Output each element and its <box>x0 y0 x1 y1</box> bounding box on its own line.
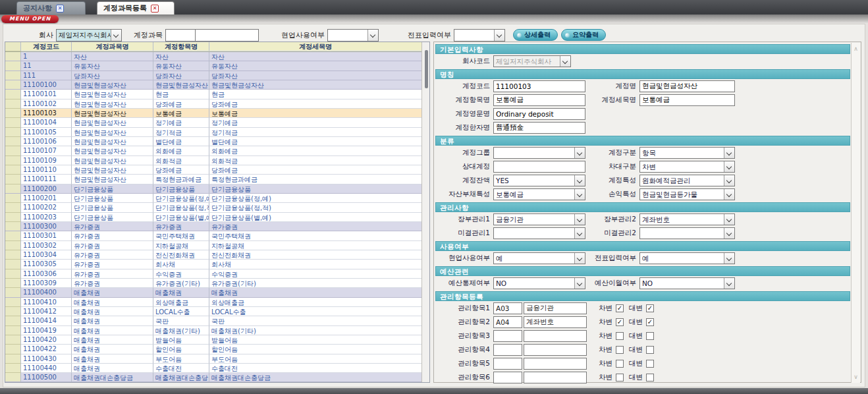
row-selector[interactable] <box>5 61 21 70</box>
table-row[interactable]: 11100200단기금융상품단기금융상품단기금융상품 <box>5 184 421 194</box>
debit-checkbox[interactable] <box>616 318 624 326</box>
pending-mgmt-1-select[interactable] <box>493 227 585 239</box>
credit-checkbox[interactable] <box>646 374 654 381</box>
row-selector[interactable] <box>5 118 21 127</box>
table-row[interactable]: 11100412매출채권LOCAL수출LOCAL수출 <box>5 307 421 316</box>
field-use-select[interactable] <box>327 29 379 42</box>
table-row[interactable]: 11유동자산유동자산유동자산 <box>5 61 421 70</box>
table-row[interactable]: 1자산자산자산 <box>5 52 421 61</box>
row-selector[interactable] <box>5 213 21 222</box>
close-icon[interactable]: ✕ <box>151 5 159 13</box>
row-selector[interactable] <box>5 269 21 279</box>
row-selector[interactable] <box>5 52 21 61</box>
mgmt-item-5-name-input[interactable] <box>524 358 587 370</box>
row-selector[interactable] <box>5 373 21 382</box>
debit-checkbox[interactable] <box>616 374 624 381</box>
row-selector[interactable] <box>5 298 21 307</box>
table-row[interactable]: 11100107현금및현금성자산외화예금외화예금 <box>5 146 421 155</box>
table-row[interactable]: 11100201단기금융상품단기금융상품(정,예)단기금융상품(정,예) <box>5 194 421 203</box>
credit-checkbox[interactable] <box>646 304 654 312</box>
table-row[interactable]: 11100103현금및현금성자산보통예금보통예금 <box>5 109 421 118</box>
row-selector[interactable] <box>5 137 21 146</box>
table-row[interactable]: 11100203단기금융상품단기금융상품(별,예)단기금융상품(별,예) <box>5 213 421 222</box>
account-balance-select[interactable]: YES <box>493 175 585 186</box>
credit-checkbox[interactable] <box>646 332 654 340</box>
scroll-up-icon[interactable]: ∧ <box>852 44 860 53</box>
ledger-mgmt-2-select[interactable]: 계좌번호 <box>639 213 735 225</box>
table-row[interactable]: 11100111현금및현금성자산특정현금과예금특정현금과예금 <box>5 175 421 184</box>
row-selector[interactable] <box>5 80 21 90</box>
table-row[interactable]: 11100301유가증권국민주택채권국민주택채권 <box>5 231 421 240</box>
row-selector[interactable] <box>5 146 21 155</box>
row-selector[interactable] <box>5 99 21 109</box>
row-selector[interactable] <box>5 194 21 203</box>
table-row[interactable]: 11100106현금및현금성자산별단예금별단예금 <box>5 137 421 146</box>
company-select[interactable]: 제일저지주식회사 <box>56 29 122 42</box>
debit-checkbox[interactable] <box>616 304 624 312</box>
slip-entry-select[interactable] <box>454 29 505 42</box>
row-selector[interactable] <box>5 156 21 165</box>
mgmt-item-2-code-input[interactable] <box>493 316 522 328</box>
account-code-input[interactable] <box>493 80 585 92</box>
row-selector[interactable] <box>5 288 21 297</box>
table-row[interactable]: 11100410매출채권외상매출금외상매출금 <box>5 298 421 307</box>
close-icon[interactable]: ✕ <box>56 5 64 13</box>
counter-account-input[interactable] <box>493 161 585 173</box>
account-name-input[interactable] <box>639 80 735 92</box>
tab-account-registration[interactable]: 계정과목등록 ✕ <box>97 1 175 14</box>
debit-checkbox[interactable] <box>616 346 624 354</box>
row-selector[interactable] <box>5 316 21 325</box>
table-row[interactable]: 11100110현금및현금성자산당좌예금당좌예금 <box>5 165 421 175</box>
row-selector[interactable] <box>5 250 21 260</box>
row-selector[interactable] <box>5 184 21 194</box>
table-row[interactable]: 11100104현금및현금성자산정기예금정기예금 <box>5 118 421 127</box>
table-row[interactable]: 11100500매출채권대손충당금매출채권대손충당금매출채권대손충당금 <box>5 373 421 382</box>
ledger-mgmt-1-select[interactable]: 금융기관 <box>493 213 585 225</box>
mgmt-item-4-code-input[interactable] <box>493 344 522 356</box>
slip-entry-select[interactable]: 예 <box>639 252 735 264</box>
detail-print-button[interactable]: 상세출력 <box>513 29 558 41</box>
row-selector[interactable] <box>5 279 21 288</box>
table-row[interactable]: 11100309유가증권유가증권(기타)유가증권(기타) <box>5 279 421 288</box>
table-row[interactable]: 11100102현금및현금성자산당좌예금당좌예금 <box>5 99 421 109</box>
account-code-filter-input[interactable] <box>165 29 196 42</box>
row-selector[interactable] <box>5 165 21 175</box>
mgmt-item-3-code-input[interactable] <box>493 330 522 342</box>
row-selector[interactable] <box>5 203 21 212</box>
credit-checkbox[interactable] <box>646 318 654 326</box>
table-row[interactable]: 11100105현금및현금성자산정기적금정기적금 <box>5 128 421 137</box>
row-selector[interactable] <box>5 71 21 80</box>
row-selector[interactable] <box>5 345 21 354</box>
pending-mgmt-2-select[interactable] <box>639 227 735 239</box>
row-selector[interactable] <box>5 354 21 364</box>
table-row[interactable]: 111당좌자산당좌자산당좌자산 <box>5 71 421 80</box>
account-name-filter-input[interactable] <box>195 29 259 42</box>
account-detail-name-input[interactable] <box>639 94 735 106</box>
mgmt-item-6-code-input[interactable] <box>493 372 522 383</box>
mgmt-item-4-name-input[interactable] <box>524 344 587 356</box>
table-row[interactable]: 11100430매출채권부도어음부도어음 <box>5 354 421 364</box>
table-row[interactable]: 11100419매출채권매출채권(기타)매출채권(기타) <box>5 326 421 335</box>
profit-loss-characteristic-select[interactable]: 현금및현금등가물 <box>639 188 735 200</box>
mgmt-item-3-name-input[interactable] <box>524 330 587 342</box>
account-hanja-name-input[interactable] <box>493 122 585 134</box>
debit-checkbox[interactable] <box>616 332 624 340</box>
credit-checkbox[interactable] <box>646 346 654 354</box>
scroll-down-icon[interactable]: ∨ <box>852 372 860 381</box>
account-item-name-input[interactable] <box>493 94 585 106</box>
row-selector[interactable] <box>5 326 21 335</box>
row-selector[interactable] <box>5 231 21 240</box>
table-scrollbar[interactable] <box>421 42 429 382</box>
mgmt-item-1-name-input[interactable] <box>524 302 587 314</box>
debit-credit-division-select[interactable]: 차변 <box>639 161 735 173</box>
row-selector[interactable] <box>5 222 21 231</box>
account-group-select[interactable] <box>493 147 585 159</box>
table-row[interactable]: 11100420매출채권받을어음받을어음 <box>5 335 421 345</box>
table-row[interactable]: 11100414매출채권국판국판 <box>5 316 421 325</box>
table-row[interactable]: 11100109현금및현금성자산외화적금외화적금 <box>5 156 421 165</box>
table-row[interactable]: 11100302유가증권지하철공채지하철공채 <box>5 241 421 250</box>
field-use-select[interactable]: 예 <box>493 252 585 264</box>
menu-open-button[interactable]: MENU OPEN <box>1 15 59 23</box>
asset-liability-characteristic-select[interactable]: 보통예금 <box>493 188 585 200</box>
table-row[interactable]: 11100202단기금융상품단기금융상품(정,적)단기금융상품(정,적) <box>5 203 421 212</box>
